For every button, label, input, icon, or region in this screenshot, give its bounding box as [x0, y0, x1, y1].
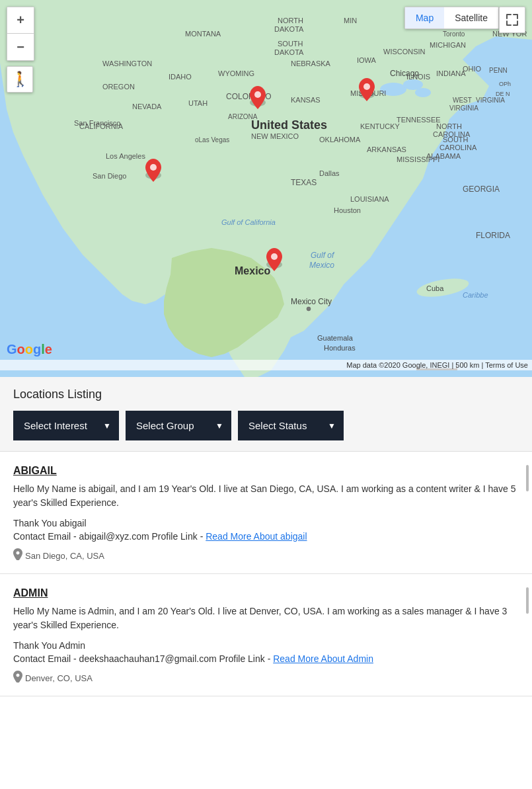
- svg-text:Mexico: Mexico: [309, 261, 334, 270]
- svg-point-3: [415, 88, 431, 97]
- svg-point-65: [307, 307, 311, 311]
- svg-text:Toronto: Toronto: [443, 30, 465, 38]
- svg-text:OKLAHOMA: OKLAHOMA: [319, 136, 361, 144]
- svg-text:KENTUCKY: KENTUCKY: [360, 122, 400, 130]
- map-type-controls: Map Satellite: [404, 7, 499, 29]
- listing-container: ABIGAIL Hello My Name is abigail, and I …: [0, 452, 532, 696]
- location-pin-icon-admin: [13, 671, 22, 685]
- admin-thank-you: Thank You Admin: [13, 640, 519, 651]
- svg-text:Cuba: Cuba: [426, 284, 444, 292]
- svg-text:KANSAS: KANSAS: [291, 96, 321, 104]
- admin-contact-line: Contact Email - deekshaachauhan17@gmail.…: [13, 653, 519, 664]
- admin-location-text: Denver, CO, USA: [25, 673, 93, 683]
- svg-text:Mexico City: Mexico City: [291, 297, 332, 306]
- svg-text:OPh: OPh: [499, 81, 511, 87]
- svg-text:TEXAS: TEXAS: [291, 178, 317, 187]
- map-type-satellite-button[interactable]: Satellite: [444, 7, 498, 28]
- map-container: Gulf of Mexico Caribbe Cuba WASHINGTON M…: [0, 0, 532, 377]
- svg-text:Mexico: Mexico: [235, 265, 270, 276]
- admin-name: ADMIN: [13, 587, 519, 599]
- svg-text:Los Angeles: Los Angeles: [106, 152, 145, 160]
- svg-text:Houston: Houston: [334, 206, 361, 214]
- svg-text:NEVADA: NEVADA: [132, 103, 162, 110]
- svg-point-80: [271, 253, 278, 260]
- abigail-contact-line: Contact Email - abigail@xyz.com Profile …: [13, 531, 519, 542]
- svg-text:MIN: MIN: [344, 17, 357, 24]
- abigail-name: ABIGAIL: [13, 465, 519, 477]
- svg-text:NORTH: NORTH: [278, 17, 303, 24]
- svg-text:INDIANA: INDIANA: [436, 69, 466, 77]
- svg-text:VIRGINIA: VIRGINIA: [476, 97, 505, 104]
- zoom-out-button[interactable]: −: [7, 34, 34, 60]
- map-type-map-button[interactable]: Map: [405, 7, 444, 28]
- abigail-contact-prefix: Contact Email -: [13, 531, 79, 542]
- map-zoom-controls: + −: [7, 7, 34, 61]
- svg-point-78: [150, 164, 157, 171]
- map-attribution: Map data ©2020 Google, INEGI | 500 km | …: [0, 360, 532, 370]
- svg-text:Caribbe: Caribbe: [463, 291, 488, 299]
- zoom-in-button[interactable]: +: [7, 7, 34, 34]
- svg-point-76: [363, 83, 370, 90]
- status-filter-wrapper: Select Status: [238, 411, 344, 440]
- svg-text:OHIO: OHIO: [463, 65, 482, 73]
- svg-text:Guatemala: Guatemala: [317, 334, 354, 342]
- svg-text:CAROLINA: CAROLINA: [439, 144, 477, 151]
- admin-location: Denver, CO, USA: [13, 671, 519, 685]
- status-filter[interactable]: Select Status: [238, 411, 344, 440]
- admin-profile-prefix: Profile Link -: [217, 653, 274, 664]
- admin-email: deekshaachauhan17@gmail.com: [79, 653, 217, 664]
- svg-text:NEBRASKA: NEBRASKA: [291, 60, 331, 67]
- svg-text:VIRGINIA: VIRGINIA: [449, 104, 478, 112]
- svg-text:Dallas: Dallas: [319, 169, 340, 177]
- svg-text:San Francisco: San Francisco: [74, 119, 120, 127]
- svg-text:NORTH: NORTH: [436, 122, 462, 130]
- svg-text:WISCONSIN: WISCONSIN: [383, 48, 426, 56]
- locations-title: Locations Listing: [13, 388, 519, 401]
- svg-text:oLas Vegas: oLas Vegas: [195, 136, 229, 144]
- svg-text:WASHINGTON: WASHINGTON: [102, 60, 152, 67]
- svg-text:SOUTH: SOUTH: [278, 40, 303, 48]
- abigail-bio: Hello My Name is abigail, and I am 19 Ye…: [13, 482, 519, 510]
- interest-filter[interactable]: Select Interest: [13, 411, 119, 440]
- svg-text:WYOMING: WYOMING: [218, 69, 254, 77]
- pegman-button[interactable]: 🚶: [7, 66, 33, 93]
- svg-text:ALABAMA: ALABAMA: [426, 152, 461, 160]
- svg-text:SOUTH: SOUTH: [443, 136, 469, 144]
- svg-text:United States: United States: [251, 118, 327, 132]
- svg-text:IDAHO: IDAHO: [169, 73, 192, 81]
- group-filter-wrapper: Select Group: [126, 411, 231, 440]
- admin-read-more-link[interactable]: Read More About Admin: [273, 653, 373, 664]
- listing-card-abigail: ABIGAIL Hello My Name is abigail, and I …: [0, 452, 532, 574]
- group-filter[interactable]: Select Group: [126, 411, 231, 440]
- listing-card-admin: ADMIN Hello My Name is Admin, and I am 2…: [0, 574, 532, 696]
- svg-text:Honduras: Honduras: [324, 344, 356, 352]
- svg-text:FLORIDA: FLORIDA: [476, 231, 510, 240]
- svg-text:Gulf of California: Gulf of California: [221, 218, 276, 226]
- svg-text:Chicago: Chicago: [390, 69, 419, 78]
- interest-filter-wrapper: Select Interest: [13, 411, 119, 440]
- locations-section: Locations Listing Select Interest Select…: [0, 377, 532, 452]
- svg-text:UTAH: UTAH: [188, 99, 208, 107]
- svg-text:San Diego: San Diego: [93, 172, 126, 180]
- svg-text:MONTANA: MONTANA: [185, 30, 221, 38]
- svg-text:DAKOTA: DAKOTA: [274, 25, 304, 33]
- svg-text:TENNESSEE: TENNESSEE: [397, 116, 441, 124]
- pegman-icon: 🚶: [11, 71, 29, 88]
- abigail-read-more-link[interactable]: Read More About abigail: [206, 531, 307, 542]
- svg-text:IOWA: IOWA: [357, 56, 377, 64]
- google-logo: Google: [7, 342, 52, 357]
- svg-text:LOUISIANA: LOUISIANA: [350, 195, 389, 203]
- scrollbar-indicator-admin[interactable]: [526, 587, 529, 614]
- abigail-thank-you: Thank You abigail: [13, 518, 519, 528]
- svg-text:OREGON: OREGON: [102, 83, 135, 91]
- svg-text:ARKANSAS: ARKANSAS: [367, 145, 406, 153]
- fullscreen-button[interactable]: [499, 7, 525, 33]
- filter-row: Select Interest Select Group Select Stat…: [13, 411, 519, 440]
- scrollbar-indicator[interactable]: [526, 465, 529, 491]
- svg-text:MICHIGAN: MICHIGAN: [430, 41, 466, 49]
- svg-text:NEW MEXICO: NEW MEXICO: [251, 132, 299, 140]
- abigail-email: abigail@xyz.com: [79, 531, 149, 542]
- svg-text:GEORGIA: GEORGIA: [463, 185, 500, 194]
- location-pin-icon-abigail: [13, 548, 22, 563]
- abigail-location-text: San Diego, CA, USA: [25, 551, 104, 561]
